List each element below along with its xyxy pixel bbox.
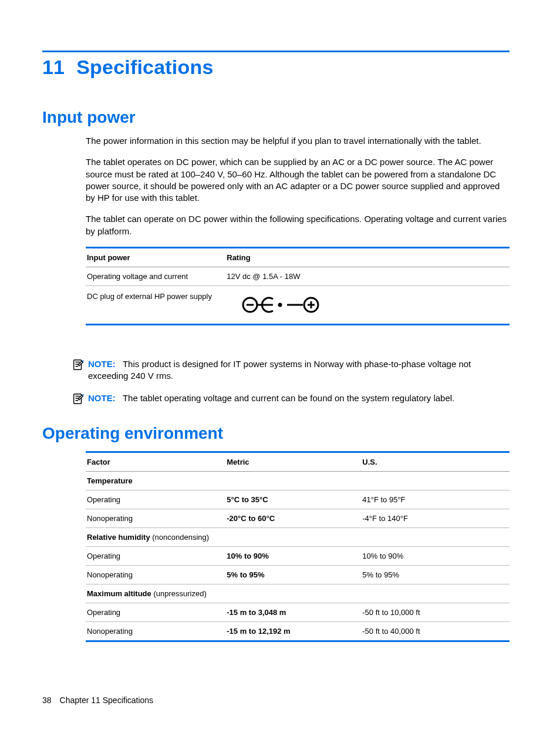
th-us: U.S. (361, 452, 510, 472)
cell: 5°C to 35°C (225, 490, 361, 509)
page-footer: 38Chapter 11 Specifications (42, 695, 153, 705)
cell: -4°F to 140°F (361, 509, 510, 528)
chapter-title-text: Specifications (76, 56, 213, 78)
note-1: NOTE: This product is designed for IT po… (72, 358, 510, 382)
dc-plug-polarity-icon (241, 292, 323, 318)
page-number: 38 (42, 695, 52, 705)
th-rating: Rating (225, 247, 510, 267)
cell: Nonoperating (86, 622, 225, 641)
table-row: Temperature (86, 472, 510, 490)
note-body: The tablet operating voltage and current… (123, 393, 454, 403)
cell: 10% to 90% (361, 547, 510, 566)
table-row: Nonoperating -15 m to 12,192 m -50 ft to… (86, 622, 510, 641)
svg-point-3 (278, 303, 282, 307)
note-label: NOTE: (88, 393, 116, 403)
cell-altitude-header: Maximum altitude (unpressurized) (86, 584, 510, 603)
table-row: Operating 10% to 90% 10% to 90% (86, 547, 510, 566)
input-power-table: Input power Rating Operating voltage and… (86, 247, 510, 325)
cell: 5% to 95% (361, 566, 510, 584)
chapter-number: 11 (42, 56, 65, 79)
note-label: NOTE: (88, 359, 116, 369)
cell-dcplug-label: DC plug of external HP power supply (86, 285, 225, 324)
table-header-row: Input power Rating (86, 247, 510, 267)
cell: -50 ft to 10,000 ft (361, 603, 510, 622)
cell-altitude-header-rest: (unpressurized) (151, 589, 207, 598)
cell-voltage-value: 12V dc @ 1.5A - 18W (225, 267, 510, 285)
cell-dcplug-diagram (225, 285, 510, 324)
cell-temperature-header: Temperature (86, 472, 510, 490)
cell-humidity-header-bold: Relative humidity (87, 533, 150, 542)
th-factor: Factor (86, 452, 225, 472)
th-metric: Metric (225, 452, 361, 472)
note-body: This product is designed for IT power sy… (88, 359, 471, 381)
cell: -15 m to 3,048 m (225, 603, 361, 622)
cell: 5% to 95% (225, 566, 361, 584)
section-input-power-heading: Input power (42, 108, 510, 127)
note-icon (72, 392, 85, 408)
cell: -15 m to 12,192 m (225, 622, 361, 641)
table-row: Operating -15 m to 3,048 m -50 ft to 10,… (86, 603, 510, 622)
table-row: Operating voltage and current 12V dc @ 1… (86, 267, 510, 285)
cell: 10% to 90% (225, 547, 361, 566)
cell: -20°C to 60°C (225, 509, 361, 528)
table-row: Maximum altitude (unpressurized) (86, 584, 510, 603)
cell-voltage-label: Operating voltage and current (86, 267, 225, 285)
th-input-power: Input power (86, 247, 225, 267)
cell-altitude-header-bold: Maximum altitude (87, 589, 151, 598)
chapter-heading: 11Specifications (42, 56, 510, 79)
footer-chapter-label: Chapter 11 Specifications (60, 695, 154, 705)
cell: Nonoperating (86, 509, 225, 528)
input-power-paragraph-3: The tablet can operate on DC power withi… (86, 213, 510, 237)
table-row: Operating 5°C to 35°C 41°F to 95°F (86, 490, 510, 509)
table-row: Nonoperating 5% to 95% 5% to 95% (86, 566, 510, 584)
cell: -50 ft to 40,000 ft (361, 622, 510, 641)
table-header-row: Factor Metric U.S. (86, 452, 510, 472)
cell: 41°F to 95°F (361, 490, 510, 509)
cell: Operating (86, 603, 225, 622)
note-icon (72, 358, 85, 374)
cell-humidity-header: Relative humidity (noncondensing) (86, 528, 510, 547)
operating-environment-table: Factor Metric U.S. Temperature Operating… (86, 451, 510, 642)
input-power-paragraph-2: The tablet operates on DC power, which c… (86, 156, 510, 204)
table-row: Nonoperating -20°C to 60°C -4°F to 140°F (86, 509, 510, 528)
cell: Operating (86, 490, 225, 509)
cell-humidity-header-rest: (noncondensing) (150, 533, 209, 542)
note-2: NOTE: The tablet operating voltage and c… (72, 392, 510, 408)
section-operating-environment-heading: Operating environment (42, 424, 510, 443)
table-row: Relative humidity (noncondensing) (86, 528, 510, 547)
note-2-text: NOTE: The tablet operating voltage and c… (88, 392, 454, 404)
cell: Nonoperating (86, 566, 225, 584)
chapter-top-rule (42, 51, 510, 52)
note-1-text: NOTE: This product is designed for IT po… (88, 358, 510, 382)
table-row: DC plug of external HP power supply (86, 285, 510, 324)
input-power-paragraph-1: The power information in this section ma… (86, 135, 510, 147)
cell: Operating (86, 547, 225, 566)
